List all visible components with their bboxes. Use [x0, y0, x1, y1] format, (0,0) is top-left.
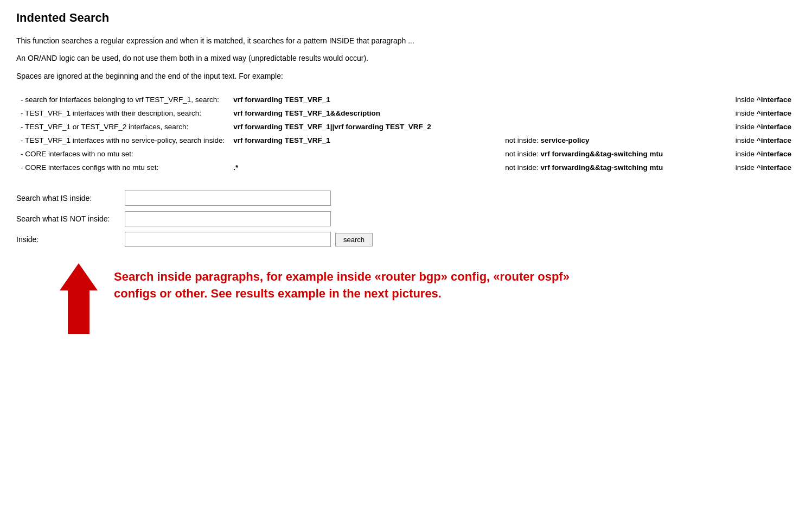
example-inside: inside ^interface [713, 120, 796, 134]
example-label: - TEST_VRF_1 interfaces with no service-… [16, 134, 229, 147]
example-search-value: vrf forwarding TEST_VRF_1 [229, 134, 501, 147]
arrow-up-icon [60, 263, 98, 290]
arrow-shaft [68, 290, 89, 334]
example-search-value: vrf forwarding TEST_VRF_1 [229, 93, 501, 106]
table-row: - TEST_VRF_1 or TEST_VRF_2 interfaces, s… [16, 120, 796, 134]
examples-table: - search for interfaces belonging to vrf… [16, 93, 796, 174]
search-is-inside-input[interactable] [125, 191, 331, 206]
inside-label: Inside: [16, 235, 125, 244]
inside-row: Inside: search [16, 232, 796, 247]
example-inside: inside ^interface [713, 106, 796, 120]
arrow-section: Search inside paragraphs, for example in… [16, 263, 796, 334]
table-row: - search for interfaces belonging to vrf… [16, 93, 796, 106]
page-title: Indented Search [16, 11, 796, 25]
search-is-inside-label: Search what IS inside: [16, 194, 125, 202]
example-not-inside [501, 93, 713, 106]
table-row: - CORE interfaces with no mtu set:not in… [16, 147, 796, 161]
search-is-not-inside-label: Search what IS NOT inside: [16, 214, 125, 223]
example-inside: inside ^interface [713, 134, 796, 147]
example-label: - search for interfaces belonging to vrf… [16, 93, 229, 106]
example-not-inside: not inside: vrf forwarding&&tag-switchin… [501, 161, 713, 174]
table-row: - TEST_VRF_1 interfaces with their descr… [16, 106, 796, 120]
search-is-not-inside-input[interactable] [125, 211, 331, 226]
example-inside: inside ^interface [713, 93, 796, 106]
example-not-inside [501, 120, 713, 134]
search-is-inside-row: Search what IS inside: [16, 191, 796, 206]
search-button[interactable]: search [335, 233, 373, 246]
table-row: - CORE interfaces configs with no mtu se… [16, 161, 796, 174]
description-2: An OR/AND logic can be used, do not use … [16, 52, 796, 64]
example-inside: inside ^interface [713, 147, 796, 161]
example-not-inside: not inside: service-policy [501, 134, 713, 147]
example-not-inside [501, 106, 713, 120]
callout-text: Search inside paragraphs, for example in… [114, 263, 602, 302]
example-search-value [229, 147, 501, 161]
form-section: Search what IS inside: Search what IS NO… [16, 191, 796, 247]
example-label: - TEST_VRF_1 or TEST_VRF_2 interfaces, s… [16, 120, 229, 134]
example-inside: inside ^interface [713, 161, 796, 174]
example-label: - TEST_VRF_1 interfaces with their descr… [16, 106, 229, 120]
search-is-not-inside-row: Search what IS NOT inside: [16, 211, 796, 226]
arrow-container [60, 263, 98, 334]
description-3: Spaces are ignored at the beginning and … [16, 70, 796, 82]
example-search-value: vrf forwarding TEST_VRF_1||vrf forwardin… [229, 120, 501, 134]
inside-input[interactable] [125, 232, 331, 247]
example-search-value: vrf forwarding TEST_VRF_1&&description [229, 106, 501, 120]
example-search-value: .* [229, 161, 501, 174]
example-label: - CORE interfaces with no mtu set: [16, 147, 229, 161]
description-1: This function searches a regular express… [16, 35, 796, 47]
example-label: - CORE interfaces configs with no mtu se… [16, 161, 229, 174]
table-row: - TEST_VRF_1 interfaces with no service-… [16, 134, 796, 147]
example-not-inside: not inside: vrf forwarding&&tag-switchin… [501, 147, 713, 161]
